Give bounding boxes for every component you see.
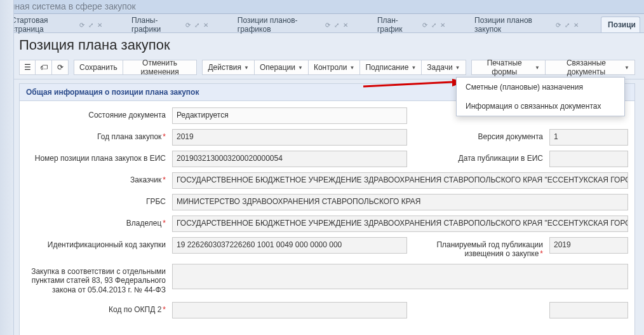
field-okpd[interactable]	[172, 302, 407, 318]
tasks-label: Задачи	[427, 63, 452, 72]
required-star: *	[163, 219, 166, 228]
chevron-down-icon: ▼	[455, 65, 460, 71]
chevron-down-icon: ▼	[411, 65, 416, 71]
refresh-icon[interactable]: ⟳	[554, 21, 562, 29]
label-number: Номер позиции плана закупок в ЕИС	[26, 151, 166, 163]
operations-label: Операции	[260, 63, 295, 72]
field-law[interactable]	[172, 264, 628, 289]
row-ikz: Идентификационный код закупки 19 2262603…	[26, 237, 628, 259]
row-law: Закупка в соответствии с отдельными пунк…	[26, 264, 628, 297]
tab-label: Планы-графики	[131, 16, 178, 34]
toolbar-print-group: Печатные формы▼ Связанные документы▼	[471, 60, 635, 75]
label-okpd: Код по ОКПД 2*	[26, 302, 166, 314]
label-pubdate: Дата публикации в ЕИС	[413, 151, 543, 163]
field-number: 2019032130003200020000054	[172, 151, 407, 167]
close-icon[interactable]: ✕	[439, 21, 446, 29]
field-ikz: 19 2262603037226260 1001 0049 000 0000 0…	[172, 237, 407, 254]
required-star: *	[163, 305, 166, 314]
expand-icon[interactable]: ⤢	[193, 21, 201, 29]
tab-label: Стартовая страница	[11, 16, 72, 34]
toolbar-save-group: Сохранить Отменить изменения	[74, 60, 197, 75]
chevron-down-icon: ▼	[624, 65, 629, 71]
field-grbs: МИНИСТЕРСТВО ЗДРАВООХРАНЕНИЯ СТАВРОПОЛЬС…	[172, 194, 628, 210]
tab-label: Позиции планов закупок	[474, 16, 548, 34]
field-okpd-aux[interactable]	[549, 302, 628, 318]
toolbar-icon-group: ☰ 🏷 ⟳	[19, 60, 69, 75]
close-icon[interactable]: ✕	[96, 21, 104, 29]
refresh-icon[interactable]: ⟳	[184, 21, 192, 29]
chevron-down-icon: ▼	[350, 65, 355, 71]
label-year: Год плана закупок*	[26, 129, 166, 141]
tag-icon: 🏷	[40, 63, 48, 72]
tab-label: Позиции планов-графиков	[238, 16, 318, 34]
expand-icon[interactable]: ⤢	[333, 21, 340, 29]
refresh-icon-button[interactable]: ⟳	[52, 60, 69, 75]
field-version: 1	[549, 129, 628, 146]
required-star: *	[540, 249, 543, 258]
chevron-down-icon: ▼	[298, 65, 303, 71]
label-customer: Заказчик*	[26, 172, 166, 184]
tab-schedule-positions[interactable]: Позиции планов-графиков ⟳ ⤢ ✕	[231, 17, 354, 32]
tab-purchase-plan-positions[interactable]: Позиции планов закупок ⟳ ⤢ ✕	[467, 17, 584, 32]
field-year[interactable]: 2019	[172, 129, 407, 146]
expand-icon[interactable]: ⤢	[430, 21, 438, 29]
menu-item-estimate-assignments[interactable]: Сметные (плановые) назначения	[457, 78, 624, 97]
save-button[interactable]: Сохранить	[74, 60, 123, 75]
tasks-dropdown[interactable]: Задачи▼	[422, 60, 466, 75]
related-docs-dropdown[interactable]: Связанные документы▼	[546, 60, 635, 75]
close-icon[interactable]: ✕	[202, 21, 210, 29]
actions-dropdown[interactable]: Действия▼	[202, 60, 255, 75]
tab-position-active[interactable]: Позици	[601, 17, 640, 32]
refresh-icon[interactable]: ⟳	[421, 21, 429, 29]
row-grbs: ГРБС МИНИСТЕРСТВО ЗДРАВООХРАНЕНИЯ СТАВРО…	[26, 194, 628, 210]
tab-plan-schedule[interactable]: План-график ⟳ ⤢ ✕	[370, 17, 451, 32]
close-icon[interactable]: ✕	[342, 21, 349, 29]
print-forms-label: Печатные формы	[477, 58, 532, 76]
cancel-changes-button[interactable]: Отменить изменения	[123, 60, 198, 75]
cancel-label: Отменить изменения	[128, 58, 192, 76]
tabs-row: Стартовая страница ⟳ ⤢ ✕ Планы-графики ⟳…	[0, 14, 644, 33]
field-pubdate	[549, 151, 628, 167]
tab-plans-schedules[interactable]: Планы-графики ⟳ ⤢ ✕	[124, 17, 214, 32]
actions-label: Действия	[208, 63, 241, 72]
controls-dropdown[interactable]: Контроли▼	[309, 60, 361, 75]
label-version: Версия документа	[413, 129, 543, 141]
label-owner: Владелец*	[26, 215, 166, 228]
tab-label: Позици	[608, 20, 636, 29]
section-header-text: Общая информация о позиции плана закупок	[26, 88, 199, 97]
expand-icon[interactable]: ⤢	[87, 21, 95, 29]
row-okpd: Код по ОКПД 2*	[26, 302, 628, 318]
toolbar: ☰ 🏷 ⟳ Сохранить Отменить изменения Дейст…	[0, 57, 644, 79]
refresh-icon[interactable]: ⟳	[78, 21, 86, 29]
menu-item-related-docs-info[interactable]: Информация о связанных документах	[457, 97, 624, 116]
menu-icon: ☰	[24, 63, 31, 72]
refresh-icon: ⟳	[57, 63, 64, 72]
tab-start-page[interactable]: Стартовая страница ⟳ ⤢ ✕	[4, 17, 108, 32]
chevron-down-icon: ▼	[244, 65, 249, 71]
menu-icon-button[interactable]: ☰	[19, 60, 36, 75]
print-forms-dropdown[interactable]: Печатные формы▼	[471, 60, 546, 75]
label-grbs: ГРБС	[26, 194, 166, 206]
page-title-wrap: Позиция плана закупок	[0, 33, 644, 57]
row-number: Номер позиции плана закупок в ЕИС 201903…	[26, 151, 628, 167]
chevron-down-icon: ▼	[535, 65, 540, 71]
print-forms-menu: Сметные (плановые) назначения Информация…	[456, 77, 625, 116]
tab-label: План-график	[377, 16, 415, 34]
left-collapsed-sidebar	[0, 0, 14, 335]
controls-label: Контроли	[314, 63, 347, 72]
signing-label: Подписание	[365, 63, 408, 72]
field-planyear[interactable]: 2019	[549, 237, 628, 254]
close-icon[interactable]: ✕	[572, 21, 580, 29]
field-owner[interactable]: ГОСУДАРСТВЕННОЕ БЮДЖЕТНОЕ УЧРЕЖДЕНИЕ ЗДР…	[172, 215, 628, 232]
operations-dropdown[interactable]: Операции▼	[255, 60, 309, 75]
app-title-text: онная система в сфере закупок	[5, 1, 136, 11]
refresh-icon[interactable]: ⟳	[324, 21, 332, 29]
expand-icon[interactable]: ⤢	[563, 21, 571, 29]
tag-icon-button[interactable]: 🏷	[36, 60, 52, 75]
signing-dropdown[interactable]: Подписание▼	[360, 60, 422, 75]
label-state: Состояние документа	[26, 107, 166, 120]
label-planyear: Планируемый год публикации извещения о з…	[413, 237, 543, 259]
field-customer[interactable]: ГОСУДАРСТВЕННОЕ БЮДЖЕТНОЕ УЧРЕЖДЕНИЕ ЗДР…	[172, 172, 628, 189]
app-title-bar: онная система в сфере закупок	[0, 0, 644, 14]
row-owner: Владелец* ГОСУДАРСТВЕННОЕ БЮДЖЕТНОЕ УЧРЕ…	[26, 215, 628, 232]
